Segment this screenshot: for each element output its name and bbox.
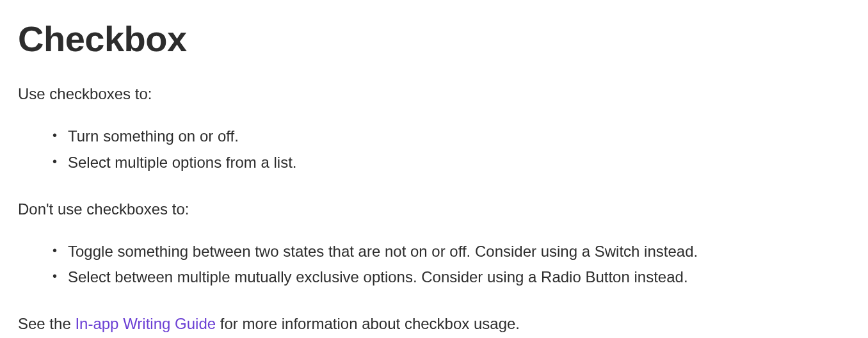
list-item: Select multiple options from a list. <box>68 150 850 176</box>
list-item: Toggle something between two states that… <box>68 239 850 265</box>
footer-prefix: See the <box>18 315 75 332</box>
list-item: Turn something on or off. <box>68 124 850 150</box>
list-item: Select between multiple mutually exclusi… <box>68 264 850 291</box>
writing-guide-link[interactable]: In-app Writing Guide <box>75 315 216 332</box>
use-list: Turn something on or off. Select multipl… <box>18 124 850 176</box>
footer-suffix: for more information about checkbox usag… <box>216 315 520 332</box>
dont-list: Toggle something between two states that… <box>18 239 850 291</box>
page-title: Checkbox <box>18 18 850 60</box>
use-intro-text: Use checkboxes to: <box>18 83 850 106</box>
footer-paragraph: See the In-app Writing Guide for more in… <box>18 312 850 335</box>
dont-intro-text: Don't use checkboxes to: <box>18 198 850 221</box>
